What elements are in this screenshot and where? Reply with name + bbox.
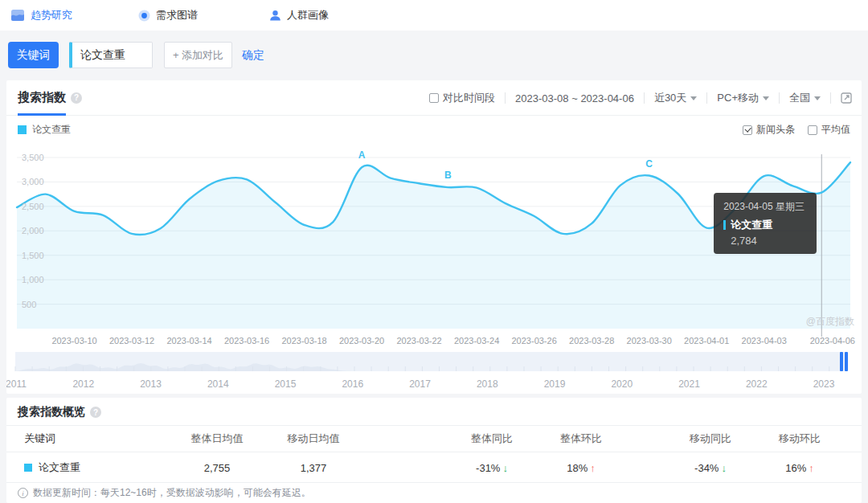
legend-swatch bbox=[18, 125, 27, 134]
arrow-down-icon: ↓ bbox=[721, 461, 727, 473]
info-icon: i bbox=[18, 488, 28, 498]
top-navbar: 趋势研究 需求图谱 人群画像 bbox=[0, 0, 868, 31]
device-select[interactable]: PC+移动 bbox=[717, 91, 769, 105]
compare-period-checkbox[interactable]: 对比时间段 bbox=[429, 91, 495, 105]
region-select-value: 全国 bbox=[789, 91, 810, 105]
help-icon[interactable]: ? bbox=[90, 407, 101, 418]
arrow-up-icon: ↑ bbox=[590, 461, 596, 473]
device-select-value: PC+移动 bbox=[717, 91, 759, 105]
overview-title: 搜索指数概览 ? bbox=[18, 405, 101, 419]
metric-cell: -34%↓ bbox=[694, 461, 727, 473]
overview-table-row: 论文查重2,7551,377-31%↓18%↑-34%↓16%↑ bbox=[6, 452, 862, 483]
timeline-year-label: 2020 bbox=[611, 378, 633, 390]
y-axis-label: 500 bbox=[22, 300, 36, 309]
slider-handle-left[interactable] bbox=[840, 352, 843, 371]
timeline-year-label: 2014 bbox=[207, 378, 229, 390]
chart-filters: 对比时间段 2023-03-08 ~ 2023-04-06 近30天 PC+移动… bbox=[429, 80, 852, 116]
region-select[interactable]: 全国 bbox=[789, 91, 821, 105]
legend-swatch bbox=[24, 464, 32, 472]
keyword-bar: 关键词 + 添加对比 确定 bbox=[0, 31, 868, 80]
baidu-index-app: 趋势研究 需求图谱 人群画像 关键词 + 添加对比 确定 搜 bbox=[0, 0, 868, 503]
series-area bbox=[17, 162, 850, 329]
search-index-card: 搜索指数 ? 对比时间段 2023-03-08 ~ 2023-04-06 近30… bbox=[6, 80, 862, 394]
keyword-input-wrap bbox=[69, 42, 153, 68]
column-header: 整体环比 bbox=[560, 431, 602, 446]
nav-label: 需求图谱 bbox=[156, 8, 198, 22]
news-headlines-label: 新闻头条 bbox=[756, 123, 795, 137]
divider bbox=[779, 92, 780, 104]
overview-card: 搜索指数概览 ? 关键词整体日均值移动日均值整体同比整体环比移动同比移动环比 论… bbox=[6, 398, 862, 503]
metric-cell: 16%↑ bbox=[785, 461, 814, 473]
x-axis-label: 2023-03-24 bbox=[454, 336, 499, 346]
checkbox-icon bbox=[429, 93, 439, 103]
divider bbox=[644, 92, 645, 104]
x-axis-label: 2023-03-22 bbox=[396, 336, 441, 346]
note-text: 数据更新时间：每天12~16时，受数据波动影响，可能会有延迟。 bbox=[33, 486, 311, 500]
x-axis-label: 2023-03-10 bbox=[51, 336, 96, 346]
add-compare-button[interactable]: + 添加对比 bbox=[164, 42, 232, 68]
help-icon[interactable]: ? bbox=[71, 92, 82, 104]
range-select-value: 近30天 bbox=[654, 91, 686, 105]
x-axis-label: 2023-03-20 bbox=[339, 336, 384, 346]
data-update-note: i 数据更新时间：每天12~16时，受数据波动影响，可能会有延迟。 bbox=[6, 483, 862, 503]
date-range[interactable]: 2023-03-08 ~ 2023-04-06 bbox=[515, 92, 634, 104]
tab-search-index[interactable]: 搜索指数 ? bbox=[18, 90, 82, 105]
divider bbox=[706, 92, 707, 104]
nav-label: 人群画像 bbox=[287, 8, 329, 22]
metric-cell: 18%↑ bbox=[567, 461, 596, 473]
y-axis-label: 1,000 bbox=[22, 275, 44, 284]
arrow-down-icon: ↓ bbox=[502, 461, 508, 473]
timeline-year-label: 2022 bbox=[746, 378, 768, 390]
series-legend: 论文查重 bbox=[18, 123, 71, 137]
column-header: 整体同比 bbox=[471, 431, 513, 446]
tab-label: 搜索指数 bbox=[18, 90, 66, 105]
timeline-year-label: 2023 bbox=[813, 378, 835, 390]
column-header: 整体日均值 bbox=[191, 431, 244, 446]
external-link-icon[interactable] bbox=[841, 92, 852, 104]
x-axis-label: 2023-04-06 bbox=[810, 336, 855, 346]
chevron-down-icon bbox=[690, 96, 697, 104]
confirm-link[interactable]: 确定 bbox=[242, 48, 264, 63]
keyword-cell: 论文查重 bbox=[24, 460, 80, 475]
keyword-button[interactable]: 关键词 bbox=[8, 42, 59, 68]
nav-persona[interactable]: 人群画像 bbox=[269, 0, 329, 31]
avg-value-cell: 1,377 bbox=[301, 461, 327, 473]
column-header: 移动同比 bbox=[690, 431, 731, 446]
y-axis-label: 1,500 bbox=[22, 251, 44, 260]
trend-chart[interactable]: 5001,0001,5002,0002,5003,0003,5002023-03… bbox=[6, 141, 862, 350]
range-select[interactable]: 近30天 bbox=[654, 91, 697, 105]
y-axis-label: 3,500 bbox=[22, 153, 44, 162]
chart-overlays: 新闻头条 平均值 bbox=[743, 123, 850, 137]
y-axis-label: 2,000 bbox=[22, 226, 44, 235]
timeline-year-label: 2021 bbox=[678, 378, 700, 390]
checkbox-icon bbox=[808, 125, 817, 135]
nav-demand-map[interactable]: 需求图谱 bbox=[138, 0, 198, 31]
nav-trend-research[interactable]: 趋势研究 bbox=[11, 0, 72, 31]
chevron-down-icon bbox=[814, 96, 821, 104]
news-marker[interactable]: C bbox=[645, 158, 653, 170]
slider-handle-right[interactable] bbox=[845, 352, 848, 371]
avg-value-cell: 2,755 bbox=[204, 461, 231, 473]
x-axis-label: 2023-03-30 bbox=[627, 336, 672, 346]
legend-row: 论文查重 新闻头条 平均值 bbox=[6, 116, 862, 141]
news-headlines-checkbox[interactable]: 新闻头条 bbox=[743, 123, 795, 137]
timeline-year-label: 2015 bbox=[275, 378, 297, 390]
column-header: 移动日均值 bbox=[288, 431, 340, 446]
divider bbox=[505, 92, 506, 104]
average-checkbox[interactable]: 平均值 bbox=[808, 123, 850, 137]
overview-table-header: 关键词整体日均值移动日均值整体同比整体环比移动同比移动环比 bbox=[6, 425, 862, 452]
x-axis-label: 2023-03-18 bbox=[281, 336, 326, 346]
x-axis-label: 2023-03-16 bbox=[224, 336, 269, 346]
legend-label: 论文查重 bbox=[32, 123, 71, 137]
trend-chart-icon bbox=[11, 10, 25, 22]
x-axis-label: 2023-03-14 bbox=[166, 336, 211, 346]
x-axis-label: 2023-04-01 bbox=[684, 336, 729, 346]
news-marker[interactable]: A bbox=[358, 149, 366, 161]
timeline-year-label: 2019 bbox=[544, 378, 566, 390]
chevron-down-icon bbox=[763, 96, 769, 104]
nav-label: 趋势研究 bbox=[31, 8, 72, 22]
divider bbox=[830, 92, 831, 104]
timeline-slider[interactable]: 2011201220132014201520162017201820192020… bbox=[6, 350, 862, 392]
keyword-input[interactable] bbox=[80, 49, 153, 62]
news-marker[interactable]: B bbox=[444, 170, 452, 181]
